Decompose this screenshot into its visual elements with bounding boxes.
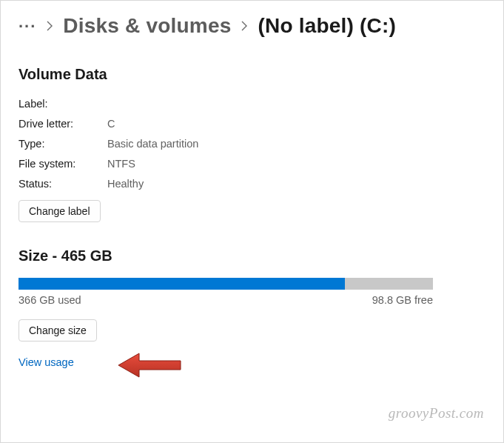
size-used-text: 366 GB used xyxy=(19,294,81,306)
volume-section-title: Volume Data xyxy=(19,66,485,83)
property-value: Basic data partition xyxy=(107,138,198,150)
breadcrumb: ... Disks & volumes (No label) (C:) xyxy=(19,14,485,38)
size-usage-bar xyxy=(19,278,433,290)
property-row: Drive letter: C xyxy=(19,118,485,130)
breadcrumb-current: (No label) (C:) xyxy=(258,14,396,38)
volume-section: Volume Data Label: Drive letter: C Type:… xyxy=(19,66,485,222)
size-section: Size - 465 GB 366 GB used 98.8 GB free C… xyxy=(19,247,485,342)
property-label: Status: xyxy=(19,178,107,190)
property-label: Type: xyxy=(19,138,107,150)
property-row: Label: xyxy=(19,98,485,110)
size-section-title: Size - 465 GB xyxy=(19,247,485,264)
property-row: File system: NTFS xyxy=(19,158,485,170)
view-usage-link[interactable]: View usage xyxy=(19,356,485,368)
size-free-text: 98.8 GB free xyxy=(372,294,433,306)
size-stats: 366 GB used 98.8 GB free xyxy=(19,294,433,306)
size-usage-bar-fill xyxy=(19,278,345,290)
chevron-right-icon xyxy=(241,21,247,31)
watermark: groovyPost.com xyxy=(389,405,484,422)
breadcrumb-parent[interactable]: Disks & volumes xyxy=(63,14,231,38)
change-size-button[interactable]: Change size xyxy=(19,319,97,342)
property-value: Healthy xyxy=(107,178,144,190)
property-row: Status: Healthy xyxy=(19,178,485,190)
change-label-button[interactable]: Change label xyxy=(19,200,101,222)
property-value: C xyxy=(107,118,115,130)
property-row: Type: Basic data partition xyxy=(19,138,485,150)
breadcrumb-more-icon[interactable]: ... xyxy=(19,19,36,33)
property-value: NTFS xyxy=(107,158,135,170)
property-label: Label: xyxy=(19,98,107,110)
volume-properties: Label: Drive letter: C Type: Basic data … xyxy=(19,98,485,190)
property-label: File system: xyxy=(19,158,107,170)
chevron-right-icon xyxy=(47,21,53,31)
property-label: Drive letter: xyxy=(19,118,107,130)
